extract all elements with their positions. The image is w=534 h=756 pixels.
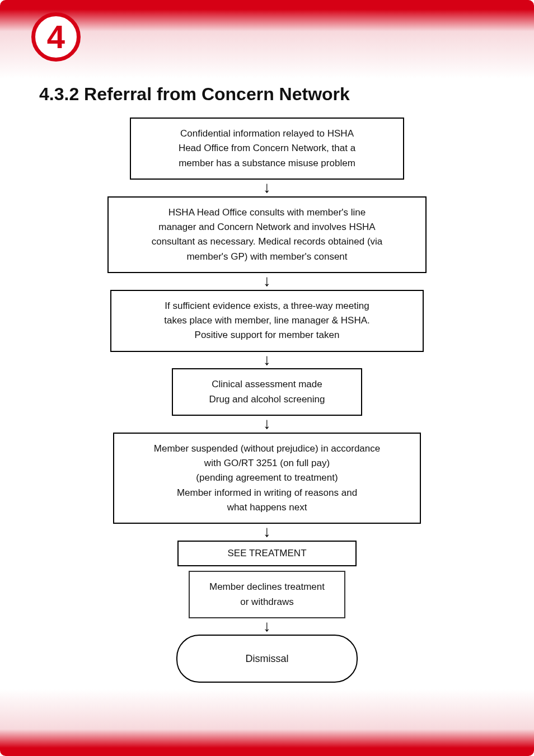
- arrow-down-icon: ↓: [263, 354, 271, 365]
- footer-gradient: [0, 689, 534, 756]
- chapter-number: 4: [47, 21, 65, 53]
- flow-step-5: Member suspended (without prejudice) in …: [113, 433, 421, 524]
- flow-step-7: Member declines treatmentor withdraws: [189, 571, 345, 618]
- flow-terminator: Dismissal: [176, 635, 358, 683]
- flowchart: Confidential information relayed to HSHA…: [0, 118, 534, 683]
- flow-step-6: SEE TREATMENT: [177, 541, 357, 566]
- arrow-down-icon: ↓: [263, 275, 271, 287]
- arrow-down-icon: ↓: [263, 418, 271, 429]
- arrow-down-icon: ↓: [263, 621, 271, 632]
- arrow-down-icon: ↓: [263, 526, 271, 537]
- flow-step-3: If sufficient evidence exists, a three-w…: [110, 290, 424, 352]
- section-heading: 4.3.2 Referral from Concern Network: [39, 84, 350, 105]
- flow-step-2: HSHA Head Office consults with member's …: [107, 196, 427, 273]
- chapter-badge: 4: [31, 12, 81, 62]
- arrow-down-icon: ↓: [263, 182, 271, 193]
- flow-step-4: Clinical assessment madeDrug and alcohol…: [172, 368, 362, 416]
- flow-step-1: Confidential information relayed to HSHA…: [130, 118, 404, 180]
